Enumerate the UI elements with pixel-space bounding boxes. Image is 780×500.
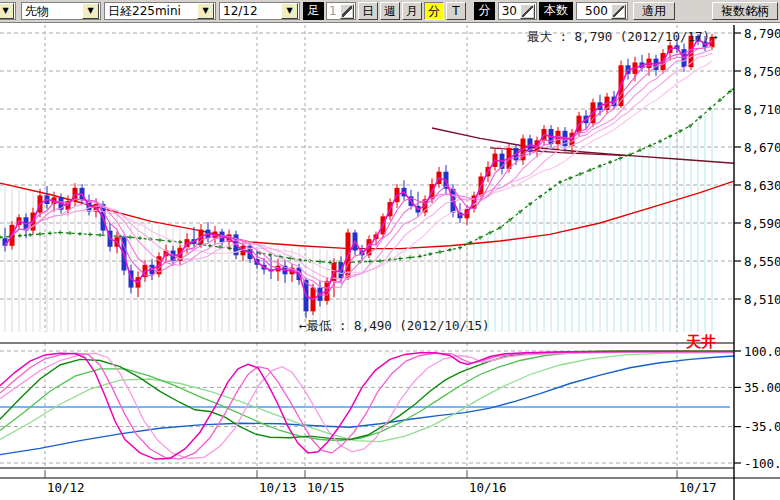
bars-label: 本数 [539, 2, 573, 20]
chart-canvas[interactable]: 8,7908,7508,7108,6708,6308,5908,5508,510… [0, 22, 780, 500]
date-tick-label: 10/15 [307, 480, 345, 495]
symbol-name-combobox[interactable]: 日経225mini ▼ [104, 2, 216, 20]
date-tick-label: 10/12 [47, 480, 85, 495]
contract-month-value: 12/12 [220, 3, 280, 19]
minutes-stepper[interactable]: 30 [498, 2, 537, 20]
dial-icon[interactable] [340, 4, 354, 19]
sub-tick-label: -100.00 [744, 456, 780, 471]
symbol-type-combobox[interactable]: 先物 ▼ [21, 2, 101, 20]
period-button-week[interactable]: 週 [380, 2, 400, 20]
ema-ribbon [5, 39, 712, 300]
toolbar: ▼ 先物 ▼ 日経225mini ▼ 12/12 ▼ 足 1 日 週 月 分 T… [0, 0, 780, 23]
date-tick-label: 10/13 [259, 480, 297, 495]
ashi-label: 足 [303, 2, 324, 20]
rci-pink-3 [0, 352, 734, 458]
max-price-annotation: 最大 : 8,790 (2012/10/17)→ [527, 29, 718, 44]
ceiling-annotation: 天井 [685, 333, 716, 351]
clipped-combobox[interactable]: ▼ [0, 2, 16, 20]
sub-tick-label: -35.00 [744, 419, 780, 434]
interval-stepper[interactable]: 1 [326, 2, 356, 20]
interval-value: 1 [327, 3, 339, 19]
trading-app-window: { "toolbar": { "edge_combo_arrow": "▼", … [0, 0, 780, 500]
dial-icon[interactable] [520, 4, 535, 19]
rci-pink-2 [0, 352, 734, 460]
date-tick-label: 10/16 [469, 480, 507, 495]
multi-symbol-button[interactable]: 複数銘柄 [712, 2, 778, 20]
dial-icon[interactable] [611, 4, 626, 19]
price-tick-label: 8,790 [744, 26, 780, 41]
sub-tick-label: 100.00 [744, 344, 780, 359]
price-tick-label: 8,630 [744, 178, 780, 193]
rci-long-blue [0, 356, 734, 455]
period-button-month[interactable]: 月 [402, 2, 422, 20]
chevron-down-icon[interactable]: ▼ [281, 3, 298, 19]
chevron-down-icon[interactable]: ▼ [197, 3, 214, 19]
minutes-label: 分 [474, 2, 495, 20]
period-button-tick[interactable]: T [446, 2, 466, 20]
price-tick-label: 8,510 [744, 292, 780, 307]
contract-month-combobox[interactable]: 12/12 ▼ [219, 2, 300, 20]
rci-green-2 [0, 352, 734, 441]
price-tick-label: 8,550 [744, 254, 780, 269]
chevron-down-icon[interactable]: ▼ [0, 3, 14, 19]
rci-pink-1 [0, 352, 734, 460]
apply-button[interactable]: 適用 [633, 2, 675, 20]
price-tick-label: 8,670 [744, 140, 780, 155]
minutes-value: 30 [499, 3, 519, 19]
rci-green-3 [0, 353, 734, 442]
symbol-type-value: 先物 [22, 3, 81, 19]
period-button-day[interactable]: 日 [358, 2, 378, 20]
symbol-name-value: 日経225mini [105, 3, 196, 19]
price-tick-label: 8,710 [744, 102, 780, 117]
bars-value: 500 [577, 3, 610, 19]
date-tick-label: 10/17 [679, 480, 717, 495]
bars-stepper[interactable]: 500 [576, 2, 628, 20]
rci-subpanel [0, 351, 734, 459]
price-tick-label: 8,750 [744, 64, 780, 79]
price-tick-label: 8,590 [744, 216, 780, 231]
period-button-minute[interactable]: 分 [424, 2, 444, 20]
min-price-annotation: ←最低 : 8,490 (2012/10/15) [299, 318, 490, 333]
sub-tick-label: 35.00 [744, 380, 780, 395]
chevron-down-icon[interactable]: ▼ [82, 3, 99, 19]
